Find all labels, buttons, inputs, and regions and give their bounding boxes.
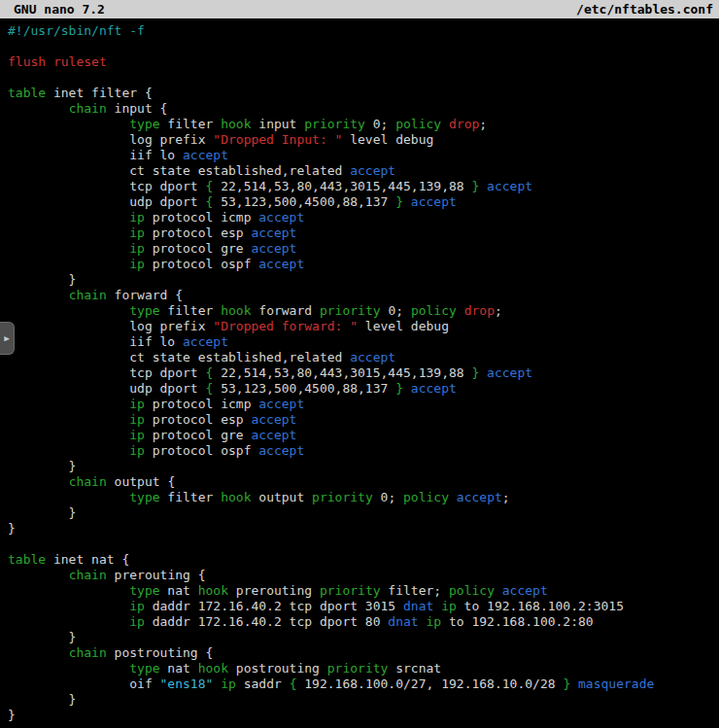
code-line: [8, 39, 719, 54]
editor-content[interactable]: #!/usr/sbin/nft -f flush ruleset table i…: [0, 18, 719, 723]
code-line: }: [8, 459, 719, 474]
code-line: #!/usr/sbin/nft -f: [8, 23, 719, 39]
code-line: ip protocol gre accept: [8, 241, 719, 257]
code-line: ct state established,related accept: [8, 350, 719, 365]
code-line: tcp dport { 22,514,53,80,443,3015,445,13…: [8, 179, 719, 194]
code-line: tcp dport { 22,514,53,80,443,3015,445,13…: [8, 365, 719, 381]
code-line: oif "ens18" ip saddr { 192.168.100.0/27,…: [8, 676, 719, 692]
collapsed-panel-toggle[interactable]: ▶: [0, 322, 15, 355]
code-line: type filter hook forward priority 0; pol…: [8, 303, 719, 319]
code-line: udp dport { 53,123,500,4500,88,137 } acc…: [8, 381, 719, 397]
code-line: chain input {: [8, 101, 719, 117]
code-line: [8, 537, 719, 552]
code-line: iif lo accept: [8, 148, 719, 163]
code-line: table inet filter {: [8, 86, 719, 101]
nano-version: GNU nano 7.2: [14, 0, 105, 18]
nano-titlebar: GNU nano 7.2 /etc/nftables.conf: [0, 0, 719, 18]
file-path: /etc/nftables.conf: [576, 0, 713, 18]
terminal-window: GNU nano 7.2 /etc/nftables.conf #!/usr/s…: [0, 0, 719, 728]
code-line: ip protocol esp accept: [8, 225, 719, 241]
code-line: ip daddr 172.16.40.2 tcp dport 80 dnat i…: [8, 614, 719, 630]
code-line: type nat hook prerouting priority filter…: [8, 583, 719, 599]
code-line: }: [8, 505, 719, 521]
code-line: }: [8, 521, 719, 537]
code-line: log prefix "Dropped Input: " level debug: [8, 132, 719, 148]
code-line: }: [8, 708, 719, 723]
code-line: [8, 70, 719, 86]
code-line: type filter hook input priority 0; polic…: [8, 117, 719, 132]
code-line: type nat hook postrouting priority srcna…: [8, 661, 719, 676]
code-line: }: [8, 272, 719, 288]
code-line: ip protocol esp accept: [8, 412, 719, 428]
code-line: chain prerouting {: [8, 568, 719, 583]
code-line: ip protocol ospf accept: [8, 257, 719, 272]
code-line: iif lo accept: [8, 334, 719, 350]
code-line: chain output {: [8, 474, 719, 490]
code-line: chain forward {: [8, 288, 719, 303]
code-line: udp dport { 53,123,500,4500,88,137 } acc…: [8, 194, 719, 210]
expand-arrow-icon: ▶: [4, 334, 9, 343]
code-line: }: [8, 630, 719, 645]
code-line: type filter hook output priority 0; poli…: [8, 490, 719, 505]
code-line: ip protocol icmp accept: [8, 397, 719, 412]
code-line: table inet nat {: [8, 552, 719, 568]
code-line: flush ruleset: [8, 54, 719, 70]
code-line: log prefix "Dropped forward: " level deb…: [8, 319, 719, 334]
code-line: ct state established,related accept: [8, 163, 719, 179]
code-line: ip protocol gre accept: [8, 428, 719, 443]
code-line: ip protocol ospf accept: [8, 443, 719, 459]
code-line: }: [8, 692, 719, 708]
code-line: ip daddr 172.16.40.2 tcp dport 3015 dnat…: [8, 599, 719, 614]
code-line: chain postrouting {: [8, 645, 719, 661]
code-line: ip protocol icmp accept: [8, 210, 719, 225]
